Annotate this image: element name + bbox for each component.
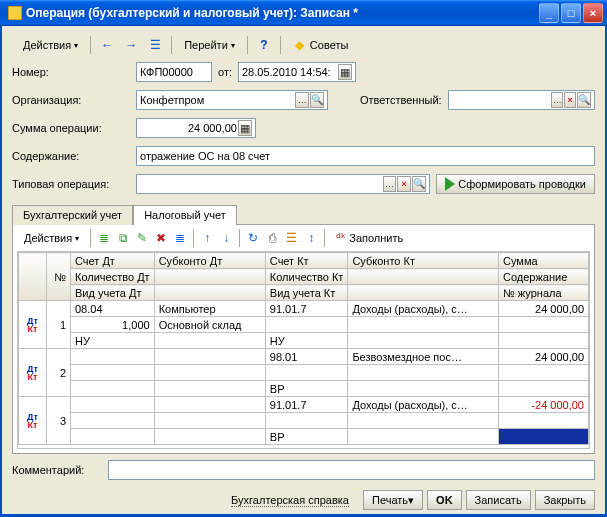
cell-acc-kt[interactable]: 98.01 — [265, 349, 348, 365]
refresh-button[interactable]: ↻ — [244, 229, 262, 247]
cell-sum[interactable]: -24 000,00 — [499, 397, 589, 413]
grid-actions-menu[interactable]: Действия▾ — [17, 229, 86, 247]
col-acc-dt[interactable]: Счет Дт — [71, 253, 155, 269]
sort-button[interactable]: ↕ — [302, 229, 320, 247]
cell-acc-dt[interactable] — [71, 349, 155, 365]
cell-sub-dt[interactable]: Компьютер — [154, 301, 265, 317]
cell-sub-kt3[interactable] — [348, 381, 499, 397]
cell-sub-dt2[interactable] — [154, 413, 265, 429]
cell-view-dt[interactable] — [71, 381, 155, 397]
struct-button[interactable] — [144, 35, 166, 55]
table-row[interactable]: ВР — [19, 381, 589, 397]
tab-bu[interactable]: Бухгалтерский учет — [12, 205, 133, 225]
responsible-select-button[interactable] — [551, 92, 563, 108]
close-button[interactable]: Закрыть — [535, 490, 595, 510]
col-qty-dt[interactable]: Количество Дт — [71, 269, 155, 285]
make-postings-button[interactable]: Сформировать проводки — [436, 174, 595, 194]
col-sub-dt[interactable]: Субконто Дт — [154, 253, 265, 269]
col-content[interactable]: Содержание — [499, 269, 589, 285]
move-down-button[interactable]: ↓ — [217, 229, 235, 247]
table-row[interactable]: 1,000 Основной склад — [19, 317, 589, 333]
col-qty-kt[interactable]: Количество Кт — [265, 269, 348, 285]
cell-content[interactable] — [499, 317, 589, 333]
cell-sub-dt3[interactable] — [154, 333, 265, 349]
fill-button[interactable]: ᵈᵏ Заполнить — [329, 229, 410, 247]
clear-button[interactable]: ≣ — [171, 229, 189, 247]
col-acc-kt[interactable]: Счет Кт — [265, 253, 348, 269]
table-row[interactable]: ДтКт 1 08.04 Компьютер 91.01.7 Доходы (р… — [19, 301, 589, 317]
cell-qty-dt[interactable] — [71, 413, 155, 429]
table-row[interactable]: НУ НУ — [19, 333, 589, 349]
cell-sub-kt2[interactable] — [348, 413, 499, 429]
cell-acc-dt[interactable] — [71, 397, 155, 413]
cell-sub-dt2[interactable] — [154, 365, 265, 381]
cell-sub-dt[interactable] — [154, 349, 265, 365]
cell-qty-kt[interactable] — [265, 413, 348, 429]
org-select-button[interactable] — [295, 92, 309, 108]
cell-view-kt[interactable]: ВР — [265, 429, 348, 445]
move-up-button[interactable]: ↑ — [198, 229, 216, 247]
cell-sub-dt3[interactable] — [154, 429, 265, 445]
cell-qty-dt[interactable] — [71, 365, 155, 381]
cell-qty-dt[interactable]: 1,000 — [71, 317, 155, 333]
table-row[interactable]: ДтКт 3 91.01.7 Доходы (расходы), с… -24 … — [19, 397, 589, 413]
print-grid-button[interactable]: ⎙ — [263, 229, 281, 247]
cell-journal[interactable] — [499, 429, 589, 445]
typical-search-button[interactable] — [412, 176, 426, 192]
actions-menu[interactable]: Действия▾ — [16, 35, 85, 55]
cell-sub-kt2[interactable] — [348, 365, 499, 381]
tab-nu[interactable]: Налоговый учет — [133, 205, 237, 225]
cell-content[interactable] — [499, 413, 589, 429]
filter-button[interactable]: ☰ — [282, 229, 301, 247]
col-sum[interactable]: Сумма — [499, 253, 589, 269]
cell-view-dt[interactable] — [71, 429, 155, 445]
cell-view-kt[interactable]: ВР — [265, 381, 348, 397]
minimize-button[interactable]: _ — [539, 3, 559, 23]
cell-sub-dt2[interactable]: Основной склад — [154, 317, 265, 333]
sum-calc-button[interactable] — [238, 120, 252, 136]
responsible-clear-button[interactable] — [564, 92, 576, 108]
maximize-button[interactable]: □ — [561, 3, 581, 23]
cell-sum[interactable]: 24 000,00 — [499, 349, 589, 365]
cell-sub-kt2[interactable] — [348, 317, 499, 333]
cell-sub-kt3[interactable] — [348, 333, 499, 349]
save-button[interactable]: Записать — [466, 490, 531, 510]
nav-back-button[interactable] — [96, 35, 118, 55]
table-row[interactable] — [19, 365, 589, 381]
col-journal[interactable]: № журнала — [499, 285, 589, 301]
responsible-input[interactable] — [448, 90, 595, 110]
cell-content[interactable] — [499, 365, 589, 381]
content-input[interactable] — [136, 146, 595, 166]
advice-button[interactable]: Советы — [286, 35, 356, 55]
postings-grid[interactable]: № Счет Дт Субконто Дт Счет Кт Субконто К… — [17, 251, 590, 449]
print-button[interactable]: Печать▾ — [363, 490, 423, 510]
cell-acc-kt[interactable]: 91.01.7 — [265, 301, 348, 317]
close-window-button[interactable]: × — [583, 3, 603, 23]
cell-qty-kt[interactable] — [265, 365, 348, 381]
table-row[interactable]: ВР — [19, 429, 589, 445]
table-row[interactable]: ДтКт 2 98.01 Безвозмездное пос… 24 000,0… — [19, 349, 589, 365]
calendar-button[interactable] — [338, 64, 352, 80]
date-input[interactable] — [238, 62, 356, 82]
cell-sub-kt[interactable]: Доходы (расходы), с… — [348, 301, 499, 317]
ok-button[interactable]: OK — [427, 490, 462, 510]
edit-row-button[interactable]: ✎ — [133, 229, 151, 247]
comment-input[interactable] — [108, 460, 595, 480]
cell-sub-kt3[interactable] — [348, 429, 499, 445]
cell-journal[interactable] — [499, 381, 589, 397]
col-view-dt[interactable]: Вид учета Дт — [71, 285, 155, 301]
cell-qty-kt[interactable] — [265, 317, 348, 333]
cell-sub-dt[interactable] — [154, 397, 265, 413]
cell-journal[interactable] — [499, 333, 589, 349]
typical-select-button[interactable] — [383, 176, 397, 192]
add-copy-button[interactable]: ⧉ — [114, 229, 132, 247]
sum-input[interactable] — [136, 118, 256, 138]
goto-menu[interactable]: Перейти▾ — [177, 35, 242, 55]
cell-view-dt[interactable]: НУ — [71, 333, 155, 349]
delete-row-button[interactable]: ✖ — [152, 229, 170, 247]
cell-sub-dt3[interactable] — [154, 381, 265, 397]
cell-sub-kt[interactable]: Безвозмездное пос… — [348, 349, 499, 365]
add-row-button[interactable]: ≣ — [95, 229, 113, 247]
number-input[interactable] — [136, 62, 212, 82]
col-num[interactable]: № — [47, 253, 71, 301]
